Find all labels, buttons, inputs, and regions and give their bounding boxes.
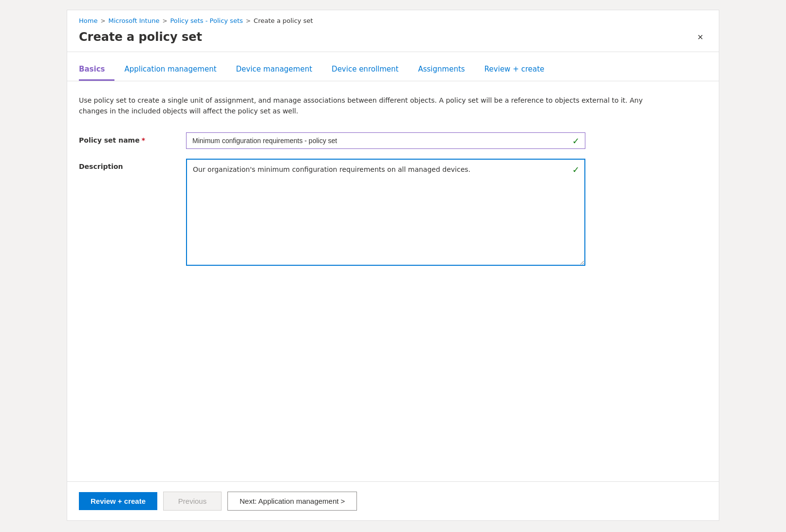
policy-set-name-valid-icon: ✓ <box>572 135 580 146</box>
required-indicator: * <box>142 136 145 144</box>
breadcrumb-current: Create a policy set <box>254 17 313 24</box>
description-textarea[interactable] <box>186 159 585 266</box>
breadcrumb-intune[interactable]: Microsoft Intune <box>108 17 159 24</box>
breadcrumb-sep-1: > <box>100 18 105 24</box>
tab-nav: Basics Application management Device man… <box>67 60 719 81</box>
policy-set-name-input[interactable] <box>186 132 585 149</box>
breadcrumb: Home > Microsoft Intune > Policy sets - … <box>67 10 719 28</box>
breadcrumb-sep-2: > <box>162 18 167 24</box>
panel-header: Create a policy set × <box>67 28 719 52</box>
previous-button: Previous <box>163 492 222 511</box>
create-policy-set-panel: Home > Microsoft Intune > Policy sets - … <box>67 10 719 521</box>
description-valid-icon: ✓ <box>572 165 580 175</box>
tab-device-management[interactable]: Device management <box>226 60 322 81</box>
form-content: Use policy set to create a single unit o… <box>67 81 719 481</box>
tab-application-management[interactable]: Application management <box>114 60 226 81</box>
page-title: Create a policy set <box>79 30 202 44</box>
footer: Review + create Previous Next: Applicati… <box>67 481 719 520</box>
tab-device-enrollment[interactable]: Device enrollment <box>322 60 408 81</box>
next-button[interactable]: Next: Application management > <box>227 492 357 511</box>
description-field-wrap: ✓ <box>186 159 585 268</box>
policy-set-name-field-wrap: ✓ <box>186 132 585 149</box>
breadcrumb-policy-sets[interactable]: Policy sets - Policy sets <box>170 17 243 24</box>
policy-set-name-row: Policy set name * ✓ <box>79 132 707 149</box>
close-button[interactable]: × <box>693 30 707 44</box>
tab-assignments[interactable]: Assignments <box>408 60 474 81</box>
breadcrumb-home[interactable]: Home <box>79 17 97 24</box>
description-row: Description ✓ <box>79 159 707 268</box>
intro-description: Use policy set to create a single unit o… <box>79 95 663 117</box>
policy-set-name-label: Policy set name * <box>79 132 186 144</box>
description-label: Description <box>79 159 186 170</box>
tab-review-create[interactable]: Review + create <box>475 60 554 81</box>
review-create-button[interactable]: Review + create <box>79 492 157 510</box>
breadcrumb-sep-3: > <box>246 18 251 24</box>
tab-basics[interactable]: Basics <box>79 60 114 81</box>
